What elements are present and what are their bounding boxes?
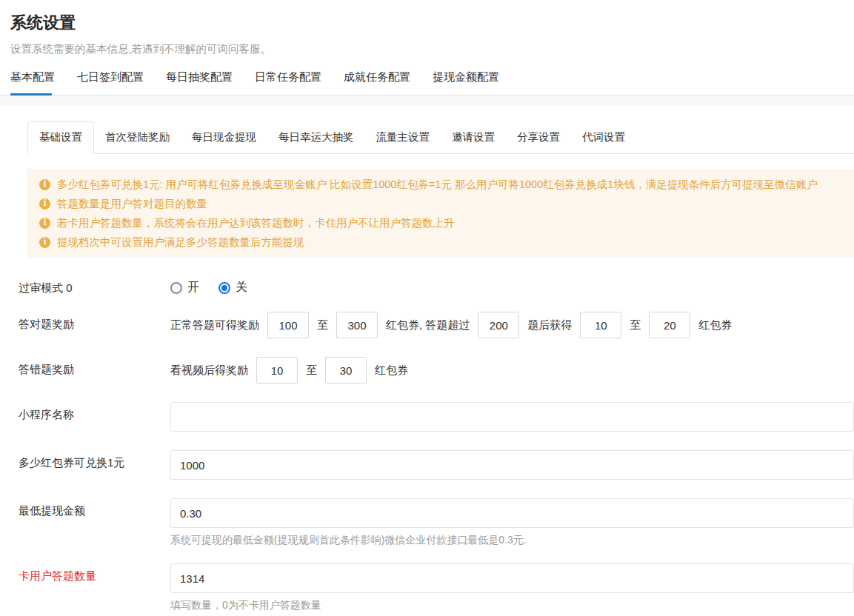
- block-count-input[interactable]: [170, 563, 854, 593]
- form-row-wrong-reward: 答错题奖励 看视频后得奖励 至 红包券: [19, 357, 854, 384]
- notice-line: i 提现档次中可设置用户满足多少答题数量后方能提现: [39, 232, 841, 252]
- notice-text: 提现档次中可设置用户满足多少答题数量后方能提现: [57, 232, 304, 252]
- coupon-per-yuan-label: 多少红包券可兑换1元: [19, 450, 170, 470]
- notice-text: 若卡用户答题数量，系统将会在用户达到该答题数时，卡住用户不让用户答题数上升: [57, 213, 455, 232]
- radio-unchecked-icon: [170, 282, 182, 294]
- notice-box: i 多少红包券可兑换1元: 用户可将红包券兑换成至现金账户 比如设置1000红包…: [27, 169, 854, 258]
- section-divider-strip: [0, 96, 854, 106]
- sub-tab-daily-cash-withdraw[interactable]: 每日现金提现: [181, 122, 267, 153]
- audit-mode-label: 过审模式 0: [19, 275, 170, 295]
- audit-mode-radio-off[interactable]: 关: [218, 280, 247, 295]
- wrong-reward-min-input[interactable]: [256, 357, 298, 384]
- block-count-help: 填写数量，0为不卡用户答题数量: [170, 599, 854, 612]
- notice-line: i 若卡用户答题数量，系统将会在用户达到该答题数时，卡住用户不让用户答题数上升: [39, 213, 841, 232]
- form-row-correct-reward: 答对题奖励 正常答题可得奖励 至 红包券, 答题超过 题后获得 至 红包券: [19, 312, 854, 338]
- notice-line: i 答题数量是用户答对题目的数量: [39, 194, 841, 213]
- notice-line: i 多少红包券可兑换1元: 用户可将红包券兑换成至现金账户 比如设置1000红包…: [39, 175, 841, 194]
- correct-reward-suffix: 红包券: [698, 318, 732, 332]
- block-count-label: 卡用户答题数量: [19, 563, 170, 583]
- notice-text: 答题数量是用户答对题目的数量: [57, 194, 207, 213]
- top-tab-bar: 基本配置 七日签到配置 每日抽奖配置 日常任务配置 成就任务配置 提现金额配置: [0, 70, 854, 96]
- correct-reward-bonus-min-input[interactable]: [580, 312, 621, 338]
- sub-tab-bar: 基础设置 首次登陆奖励 每日现金提现 每日幸运大抽奖 流量主设置 邀请设置 分享…: [27, 121, 854, 154]
- wrong-reward-max-input[interactable]: [325, 357, 367, 384]
- sub-tab-invite-settings[interactable]: 邀请设置: [441, 122, 506, 153]
- mini-program-name-label: 小程序名称: [19, 402, 170, 422]
- form-row-min-withdraw: 最低提现金额 系统可提现的最低金额(提现规则首此条件影响)微信企业付款接口最低是…: [19, 498, 854, 547]
- coupon-per-yuan-input[interactable]: [170, 450, 854, 480]
- sub-tab-first-login-reward[interactable]: 首次登陆奖励: [94, 122, 181, 153]
- sub-tab-daily-lucky-draw[interactable]: 每日幸运大抽奖: [267, 122, 365, 153]
- top-tab-daily-lottery[interactable]: 每日抽奖配置: [166, 70, 233, 95]
- correct-reward-threshold-input[interactable]: [478, 312, 519, 338]
- sub-tab-keyword-settings[interactable]: 代词设置: [571, 122, 636, 153]
- form-row-mini-program-name: 小程序名称: [19, 402, 854, 432]
- correct-reward-mid2-text: 题后获得: [527, 318, 572, 332]
- range-to-text: 至: [630, 318, 641, 332]
- info-icon: i: [39, 218, 50, 229]
- min-withdraw-input[interactable]: [170, 498, 854, 528]
- info-icon: i: [39, 179, 50, 190]
- sub-tab-share-settings[interactable]: 分享设置: [506, 122, 571, 153]
- wrong-reward-label: 答错题奖励: [19, 357, 170, 377]
- top-tab-seven-day-signin[interactable]: 七日签到配置: [77, 70, 144, 95]
- form-row-coupon-per-yuan: 多少红包券可兑换1元: [19, 450, 854, 480]
- page-subtitle: 设置系统需要的基本信息,若遇到不理解的可询问客服。: [10, 42, 844, 56]
- min-withdraw-help: 系统可提现的最低金额(提现规则首此条件影响)微信企业付款接口最低是0.3元.: [170, 534, 854, 547]
- info-icon: i: [39, 237, 50, 248]
- sub-tab-basic-settings[interactable]: 基础设置: [27, 121, 94, 154]
- form-row-audit-mode: 过审模式 0 开 关: [19, 275, 854, 295]
- page-header: 系统设置 设置系统需要的基本信息,若遇到不理解的可询问客服。: [0, 0, 854, 56]
- correct-reward-prefix: 正常答题可得奖励: [170, 318, 259, 332]
- correct-reward-bonus-max-input[interactable]: [649, 312, 690, 338]
- radio-on-label: 开: [187, 280, 199, 295]
- correct-reward-mid-text: 红包券, 答题超过: [386, 318, 470, 332]
- correct-reward-min-input[interactable]: [267, 312, 309, 338]
- audit-mode-radio-on[interactable]: 开: [170, 280, 199, 295]
- correct-reward-label: 答对题奖励: [19, 312, 170, 332]
- top-tab-daily-task[interactable]: 日常任务配置: [255, 70, 321, 95]
- min-withdraw-label: 最低提现金额: [19, 498, 170, 518]
- notice-text: 多少红包券可兑换1元: 用户可将红包券兑换成至现金账户 比如设置1000红包券=…: [57, 175, 818, 194]
- range-to-text: 至: [317, 318, 328, 332]
- correct-reward-max-input[interactable]: [336, 312, 378, 338]
- range-to-text: 至: [306, 364, 317, 378]
- info-icon: i: [39, 198, 50, 210]
- sub-tab-traffic-settings[interactable]: 流量主设置: [365, 122, 441, 153]
- top-tab-basic-config[interactable]: 基本配置: [10, 70, 55, 95]
- radio-checked-icon: [218, 282, 230, 294]
- top-tab-achievement-task[interactable]: 成就任务配置: [344, 70, 410, 95]
- page-title: 系统设置: [10, 12, 844, 34]
- top-tab-withdraw-amount[interactable]: 提现金额配置: [433, 70, 499, 95]
- radio-off-label: 关: [236, 280, 247, 295]
- wrong-reward-prefix: 看视频后得奖励: [170, 364, 248, 378]
- wrong-reward-suffix: 红包券: [375, 364, 408, 378]
- mini-program-name-input[interactable]: [170, 402, 854, 432]
- form-row-block-count: 卡用户答题数量 填写数量，0为不卡用户答题数量: [19, 563, 854, 612]
- settings-form: 过审模式 0 开 关 答对题奖励 正常答题可得奖励 至 红包券, 答题超过: [0, 275, 854, 612]
- audit-mode-radio-group: 开 关: [170, 275, 247, 295]
